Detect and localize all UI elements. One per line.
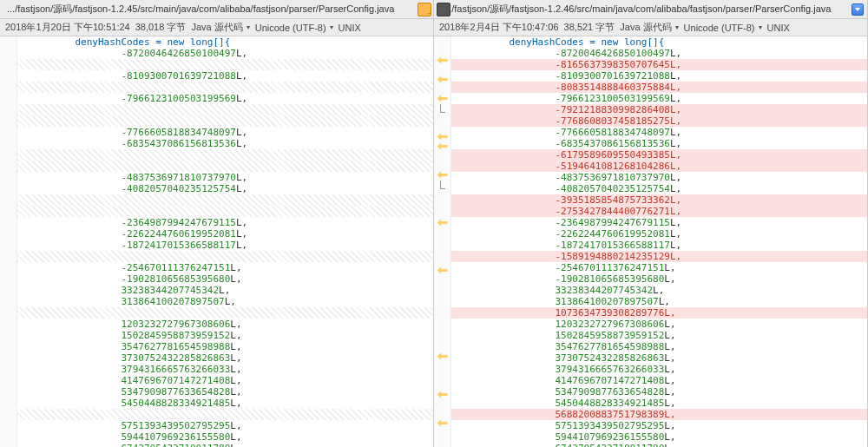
code-line [17,161,433,172]
save-icon[interactable] [437,3,450,16]
gutter-row [434,84,450,94]
gutter-row [0,94,16,103]
gutter-row [434,189,450,199]
gutter-row [0,84,16,94]
left-code-area: denyHashCodes = new long[]{ -87200464268… [0,36,433,447]
merge-left-arrow-icon[interactable] [437,143,448,150]
code-line [17,82,433,93]
gutter-row [434,113,450,122]
code-line: 33238344207745342L, [451,285,867,296]
code-line: 3730752432285826863L, [451,352,867,364]
code-line: -4837536971810737970L, [17,172,433,183]
gutter-row [0,390,16,399]
gutter-row [0,227,16,237]
code-line: -1589194880214235129L, [451,251,867,262]
code-line: 313864100207897507L, [17,296,433,307]
gutter-row [434,65,450,75]
code-line: -2262244760619952081L, [17,228,433,240]
gutter-row [0,275,16,285]
left-encoding-dropdown[interactable]: Unicode (UTF-8) [255,23,333,33]
code-line: 1073634739308289776L, [451,307,867,319]
gutter-row [434,361,450,371]
gutter-row [434,275,450,285]
gutter-row [434,428,450,437]
code-line: 6742705432718011780L, [17,443,433,447]
merge-left-arrow-icon[interactable] [437,57,448,64]
code-line: -5194641081268104286L, [451,161,867,172]
code-line [17,104,433,115]
code-line: -190281065685395680L, [451,273,867,285]
code-line: 3547627781654598988L, [451,341,867,352]
gutter-row [434,294,450,304]
gutter-row [434,323,450,332]
code-line: -8109300701639721088L, [451,70,867,82]
gutter-row [434,437,450,447]
code-line: -8720046426850100497L, [451,48,867,59]
gutter-row [0,122,16,132]
code-line: 5450448828334921485L, [17,398,433,409]
gutter-row [0,237,16,247]
code-line: -6179589609550493385L, [451,149,867,161]
gutter-row [0,428,16,437]
gutter-row [434,36,450,46]
gutter-row [434,227,450,237]
gutter-row [434,199,450,208]
path-dropdown-icon[interactable] [852,3,864,16]
gutter-row [0,313,16,323]
gutter-row [0,399,16,409]
merge-left-arrow-icon[interactable] [437,134,448,141]
left-code[interactable]: denyHashCodes = new long[]{ -87200464268… [17,36,433,447]
gutter-row [434,390,450,399]
left-file-path: .../fastjson/源码/fastjson-1.2.45/src/main… [3,3,416,16]
code-line [17,409,433,420]
code-line: -7766605818834748097L, [451,127,867,138]
gutter-row [434,313,450,323]
code-line: -1872417015366588117L, [451,240,867,251]
code-line: -4082057040235125754L, [17,183,433,194]
left-lang-dropdown[interactable]: Java 源代码 [191,21,249,34]
gutter-row [434,46,450,56]
merge-continuation-icon [440,181,445,189]
open-folder-icon[interactable] [418,3,431,16]
left-bytes: 38,018 字节 [135,21,187,34]
gutter-row [0,170,16,180]
right-encoding-dropdown[interactable]: Unicode (UTF-8) [684,23,762,33]
code-line: 5751393439502795295L, [451,420,867,431]
right-path-bar: /.../fastjson/源码/fastjson-1.2.46/src/mai… [434,0,867,19]
code-line: -254670111376247151L, [451,262,867,273]
right-code[interactable]: denyHashCodes = new long[]{ -87200464268… [451,36,867,447]
code-line: -254670111376247151L, [17,262,433,273]
gutter-row [0,332,16,342]
gutter-row [0,65,16,75]
gutter-row [0,208,16,218]
right-lang-dropdown[interactable]: Java 源代码 [620,21,678,34]
gutter-row [0,36,16,46]
merge-left-arrow-icon[interactable] [437,172,448,179]
code-line: 6742705432718011780L, [451,443,867,447]
merge-left-arrow-icon[interactable] [437,76,448,83]
left-line-ending: UNIX [339,23,361,33]
merge-left-arrow-icon[interactable] [437,420,448,427]
merge-left-arrow-icon[interactable] [437,391,448,398]
gutter-row [434,161,450,170]
code-line: -6835437086156813536L, [451,138,867,149]
gutter-row [0,409,16,418]
gutter-row [0,266,16,275]
gutter-row [434,371,450,380]
code-line: 5347909877633654828L, [17,386,433,398]
code-line: 1203232727967308606L, [451,319,867,330]
gutter-row [0,380,16,390]
merge-left-arrow-icon[interactable] [437,267,448,274]
code-line [17,59,433,70]
left-gutter [0,36,17,447]
merge-left-arrow-icon[interactable] [437,95,448,102]
gutter-row [0,418,16,428]
code-line: 33238344207745342L, [17,285,433,296]
gutter-row [0,285,16,294]
right-gutter [434,36,451,447]
merge-left-arrow-icon[interactable] [437,353,448,360]
merge-left-arrow-icon[interactable] [437,220,448,227]
right-date: 2018年2月4日 下午10:47:06 [439,21,559,34]
gutter-row [434,266,450,275]
code-line: -8720046426850100497L, [17,48,433,59]
